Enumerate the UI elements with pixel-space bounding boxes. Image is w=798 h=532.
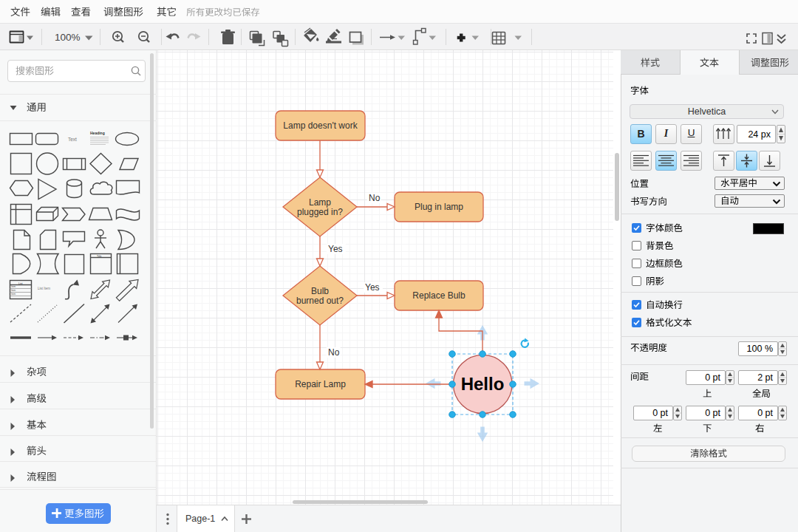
svg-text:Hello: Hello [461,374,505,394]
svg-text:Yes: Yes [365,282,380,293]
svg-text:Plug in lamp: Plug in lamp [415,202,463,212]
svg-text:plugged in?: plugged in? [297,207,343,217]
svg-text:Lamp doesn't work: Lamp doesn't work [283,120,358,131]
svg-text:Item: Item [11,285,16,288]
svg-text:No: No [328,347,340,358]
svg-text:Repair Lamp: Repair Lamp [295,379,346,389]
svg-text:Lamp: Lamp [309,197,331,208]
svg-text:100%: 100% [55,32,81,43]
svg-text:Text: Text [68,137,77,142]
svg-text:Item: Item [11,289,16,292]
svg-text:No: No [369,193,381,203]
svg-text:burned out?: burned out? [296,296,344,306]
svg-text:Title: Title [97,255,102,258]
svg-text:Item: Item [11,293,16,296]
svg-text:Heading: Heading [90,131,105,135]
svg-text:List Item: List Item [38,287,50,290]
svg-text:Replace Bulb: Replace Bulb [412,290,466,301]
svg-text:Bulb: Bulb [311,286,329,296]
svg-text:Yes: Yes [328,244,343,254]
svg-text:List: List [18,282,22,285]
